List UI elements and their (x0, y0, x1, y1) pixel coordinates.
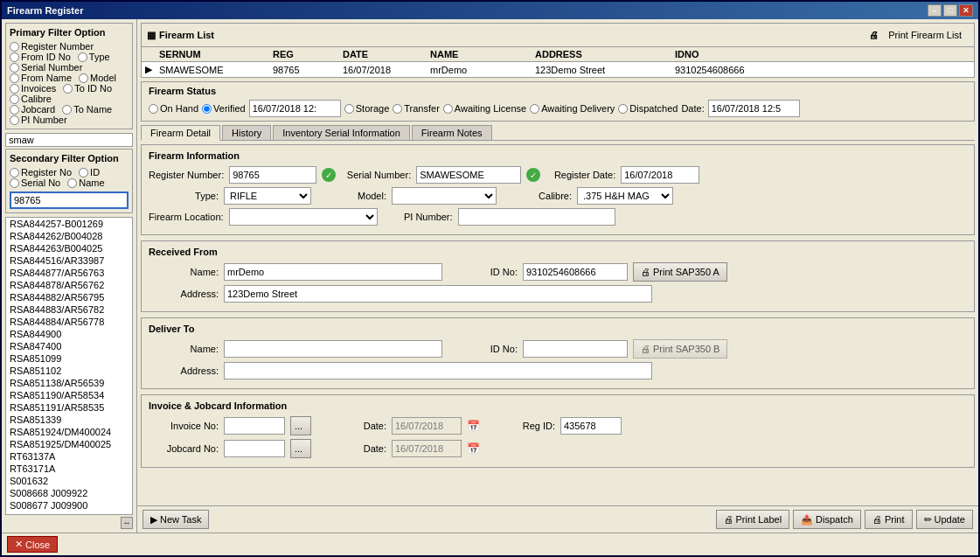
status-awaiting-license[interactable]: Awaiting License (443, 103, 526, 114)
list-item[interactable]: RSA851190/AR58534 (6, 389, 132, 401)
status-awaiting-delivery-input[interactable] (530, 104, 539, 114)
list-item[interactable]: RSA851102 (6, 365, 132, 377)
secondary-filter-input[interactable] (10, 191, 129, 209)
radio-sf-name-input[interactable] (67, 178, 77, 188)
list-item[interactable]: RT63171A (6, 463, 132, 475)
update-button[interactable]: ✏ Update (916, 510, 973, 529)
radio-sf-serial-no[interactable]: Serial No (10, 178, 60, 188)
status-transfer[interactable]: Transfer (393, 103, 440, 114)
list-item[interactable]: RSA851339 (6, 414, 132, 426)
list-item[interactable]: RSA844877/AR56763 (6, 267, 132, 279)
tab-inventory-serial-info[interactable]: Inventory Serial Information (273, 125, 410, 140)
tab-firearm-notes[interactable]: Firearm Notes (412, 125, 492, 140)
status-dispatched-input[interactable] (618, 104, 628, 114)
radio-from-id-no[interactable]: From ID No (10, 52, 71, 62)
new-task-button[interactable]: ▶ New Task (142, 510, 209, 529)
radio-model[interactable]: Model (79, 73, 116, 83)
radio-sf-name[interactable]: Name (67, 178, 104, 188)
minimize-button[interactable]: – (928, 4, 942, 17)
print-label-button[interactable]: 🖨 Print Label (716, 510, 790, 529)
radio-from-id-no-input[interactable] (10, 52, 19, 62)
serial-number-input[interactable] (416, 166, 521, 184)
close-window-button[interactable]: ✕ (959, 4, 973, 17)
status-on-hand-input[interactable] (149, 104, 158, 114)
register-number-input[interactable] (229, 166, 316, 184)
jobcard-ellipsis-button[interactable]: ... (290, 439, 311, 458)
status-awaiting-license-input[interactable] (443, 104, 453, 114)
list-item[interactable]: RSA851191/AR58535 (6, 401, 132, 414)
radio-jobcard[interactable]: Jobcard (10, 104, 55, 115)
status-on-hand[interactable]: On Hand (149, 103, 198, 114)
list-item[interactable]: RSA844263/B004025 (6, 242, 132, 254)
radio-to-id-no-input[interactable] (63, 84, 73, 94)
radio-sf-serial-no-input[interactable] (10, 178, 19, 188)
list-item[interactable]: RSA844900 (6, 328, 132, 340)
invoice-no-input[interactable] (224, 417, 285, 435)
list-inner[interactable]: RSA844257-B001269RSA844262/B004028RSA844… (6, 218, 132, 514)
radio-calibre[interactable]: Calibre (10, 94, 52, 104)
jobcard-no-input[interactable] (224, 440, 285, 457)
print-sap350a-button[interactable]: 🖨 Print SAP350 A (633, 262, 727, 282)
received-address-input[interactable] (224, 285, 652, 303)
received-id-no-input[interactable] (523, 263, 628, 281)
status-storage-input[interactable] (344, 104, 354, 114)
list-item[interactable]: RSA844878/AR56762 (6, 279, 132, 291)
print-firearm-list-button[interactable]: Print Firearm List (881, 25, 969, 45)
deliver-name-input[interactable] (224, 340, 442, 358)
table-row[interactable]: ▶ SMAWESOME 98765 16/07/2018 mrDemo 123D… (142, 62, 974, 77)
radio-pi-number[interactable]: PI Number (10, 115, 67, 125)
list-item[interactable]: S001632 (6, 475, 132, 487)
list-item[interactable]: S008677 J009900 (6, 499, 132, 512)
list-item[interactable]: RSA844884/AR56778 (6, 316, 132, 328)
invoice-date-input[interactable] (392, 417, 462, 435)
list-item[interactable]: RSA844262/B004028 (6, 230, 132, 242)
status-awaiting-delivery[interactable]: Awaiting Delivery (530, 103, 615, 114)
radio-type[interactable]: Type (78, 52, 110, 62)
jobcard-date-input[interactable] (392, 440, 462, 457)
type-select[interactable]: RIFLE (224, 187, 311, 205)
radio-to-name[interactable]: To Name (62, 104, 112, 115)
radio-from-name-input[interactable] (10, 73, 19, 83)
maximize-button[interactable]: □ (943, 4, 957, 17)
radio-sf-reg-no-input[interactable] (10, 168, 19, 178)
received-name-input[interactable] (224, 263, 442, 281)
tab-firearm-detail[interactable]: Firearm Detail (141, 125, 220, 141)
list-item[interactable]: RSA844257-B001269 (6, 218, 132, 230)
list-container[interactable]: RSA844257-B001269RSA844262/B004028RSA844… (5, 217, 133, 515)
search-input[interactable] (5, 133, 133, 147)
status-dispatched[interactable]: Dispatched (618, 103, 678, 114)
dispatched-date-input[interactable] (708, 100, 800, 117)
list-item[interactable]: RT63137A (6, 450, 132, 463)
list-item[interactable]: RSA851925/DM400025 (6, 438, 132, 450)
pi-number-input[interactable] (458, 208, 615, 226)
list-item[interactable]: RSA851138/AR56539 (6, 377, 132, 389)
deliver-id-no-input[interactable] (523, 340, 628, 358)
radio-invoices[interactable]: Invoices (10, 83, 56, 94)
radio-to-id-no[interactable]: To ID No (63, 83, 112, 94)
status-verified[interactable]: Verified (202, 103, 246, 114)
radio-jobcard-input[interactable] (10, 105, 19, 115)
list-item[interactable]: S008668 J009922 (6, 487, 132, 499)
radio-from-name[interactable]: From Name (10, 73, 72, 83)
status-storage[interactable]: Storage (344, 103, 390, 114)
deliver-address-input[interactable] (224, 362, 652, 379)
radio-pi-number-input[interactable] (10, 115, 19, 125)
list-item[interactable]: RSA844883/AR56782 (6, 303, 132, 316)
radio-sf-id[interactable]: ID (79, 167, 100, 178)
list-item[interactable]: RSA851924/DM400024 (6, 426, 132, 438)
radio-sf-reg-no[interactable]: Register No (10, 167, 72, 178)
calibre-select[interactable]: .375 H&H MAG (577, 187, 673, 205)
radio-reg-number[interactable]: Register Number (10, 41, 94, 52)
close-button[interactable]: ✕ Close (7, 536, 58, 553)
radio-calibre-input[interactable] (10, 94, 19, 104)
radio-reg-number-input[interactable] (10, 42, 19, 52)
radio-type-input[interactable] (78, 52, 87, 62)
radio-serial-number[interactable]: Serial Number (10, 62, 82, 73)
radio-serial-number-input[interactable] (10, 63, 19, 73)
invoice-ellipsis-button[interactable]: ... (290, 416, 311, 435)
status-transfer-input[interactable] (393, 104, 402, 114)
radio-to-name-input[interactable] (62, 105, 72, 115)
list-item[interactable]: RSA844516/AR33987 (6, 254, 132, 267)
radio-model-input[interactable] (79, 73, 88, 83)
list-item[interactable]: RSA844882/AR56795 (6, 291, 132, 303)
